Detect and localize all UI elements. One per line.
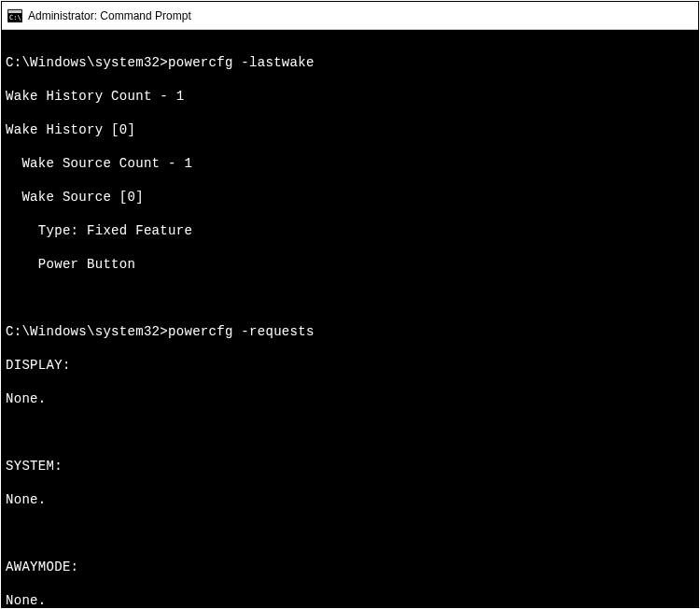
output-line: Wake Source Count - 1 xyxy=(6,155,694,172)
output-line: Wake History Count - 1 xyxy=(6,88,694,105)
blank-line xyxy=(6,424,694,441)
output-line: DISPLAY: xyxy=(6,357,694,374)
blank-line xyxy=(6,525,694,542)
svg-text:C:\: C:\ xyxy=(9,14,21,21)
output-line: None. xyxy=(6,390,694,407)
titlebar[interactable]: C:\ Administrator: Command Prompt xyxy=(2,2,698,30)
terminal-area[interactable]: C:\Windows\system32>powercfg -lastwake W… xyxy=(2,30,698,607)
window-title: Administrator: Command Prompt xyxy=(28,9,191,22)
output-line: Type: Fixed Feature xyxy=(6,222,694,239)
output-line: None. xyxy=(6,592,694,609)
prompt: C:\Windows\system32> xyxy=(6,324,168,339)
command-prompt-window: C:\ Administrator: Command Prompt C:\Win… xyxy=(1,1,699,608)
output-line: SYSTEM: xyxy=(6,458,694,474)
command-prompt-icon: C:\ xyxy=(7,8,22,23)
command-text: powercfg -lastwake xyxy=(168,55,315,70)
output-line: AWAYMODE: xyxy=(6,559,694,575)
blank-line xyxy=(6,290,694,306)
output-line: Power Button xyxy=(6,256,694,273)
command-text: powercfg -requests xyxy=(168,324,315,339)
output-line: None. xyxy=(6,491,694,508)
svg-rect-1 xyxy=(8,10,21,13)
output-line: Wake History [0] xyxy=(6,121,694,138)
output-line: Wake Source [0] xyxy=(6,189,694,205)
prompt: C:\Windows\system32> xyxy=(6,55,168,70)
